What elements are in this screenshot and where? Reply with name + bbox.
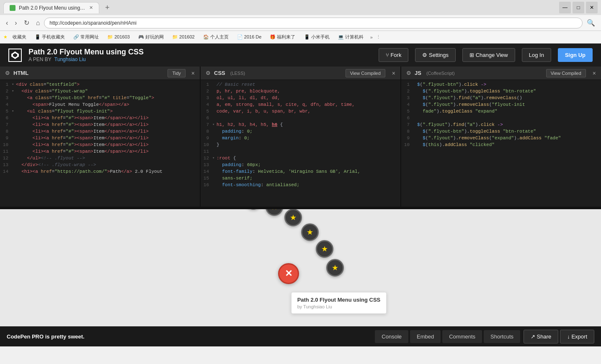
html-panel-title: HTML [13, 70, 28, 76]
new-tab-button[interactable]: + [103, 3, 112, 13]
preview-tooltip: Path 2.0 Flyout Menu using CSS by Tunghs… [291, 292, 387, 314]
restore-button[interactable]: □ [573, 2, 584, 13]
change-view-button[interactable]: ⊞ Change View [462, 48, 515, 62]
console-button[interactable]: Console [375, 330, 408, 343]
bookmark-item[interactable]: 📱 手机收藏夹 [31, 33, 68, 41]
code-line: 9 $(".flyout").removeClass("expand").add… [401, 135, 601, 142]
code-line: 2 $(".flyout-btn").toggleClass "btn-rota… [401, 88, 601, 95]
codepen-icon [8, 49, 22, 62]
star-icon-4: ★ [307, 228, 313, 237]
comments-button[interactable]: Comments [442, 330, 482, 343]
star-icon-6: ★ [332, 263, 338, 272]
code-line: 3 ol, ul, li, dl, dt, dd, [201, 95, 400, 102]
code-line: 4 a, em, strong, small, s, cite, q, dfn,… [201, 102, 400, 108]
minimize-button[interactable]: — [559, 2, 571, 13]
bookmark-item[interactable]: 📱 小米手机 [301, 33, 333, 41]
code-line: 4 <span>Flyout Menu Toggle</span></a> [0, 102, 200, 108]
bookmark-more[interactable]: » [370, 35, 373, 40]
star-icon-3: ★ [290, 213, 297, 222]
flyout-item-4[interactable]: ★ [301, 223, 319, 241]
js-panel-title: JS [415, 70, 421, 76]
js-panel: ⚙ JS (CoffeeScript) View Compiled × 1 $(… [401, 67, 601, 207]
bookmark-item[interactable]: 📁 201602 [169, 33, 198, 41]
flyout-item-5[interactable]: ★ [316, 240, 333, 258]
code-line: 9 margin: 0; [201, 135, 400, 142]
css-close-button[interactable]: × [392, 70, 395, 77]
code-line: 1▾ <div class="testfield"> [0, 82, 200, 88]
fork-button[interactable]: ⑂ Fork [379, 48, 409, 62]
tab-favicon [10, 5, 15, 11]
code-line: 10 } [201, 142, 400, 149]
bookmark-item[interactable]: 🎁 福利来了 [266, 33, 299, 41]
code-line: 10 <li><a href="#"><span>Item</span></a>… [0, 142, 200, 149]
tooltip-title: Path 2.0 Flyout Menu using CSS [297, 297, 381, 303]
view-compiled-js-button[interactable]: View Compiled [546, 69, 586, 77]
js-gear-icon[interactable]: ⚙ [406, 70, 411, 76]
login-button[interactable]: Log In [522, 48, 551, 62]
tab-close-button[interactable]: ✕ [89, 5, 93, 10]
close-button[interactable]: ✕ [586, 2, 598, 13]
code-line: 4 $(".flyout").removeClass("flyout-init [401, 102, 601, 108]
code-line: 7 $(".flyout").find("a").click -> [401, 122, 601, 128]
forward-button[interactable]: › [12, 18, 19, 28]
embed-button[interactable]: Embed [410, 330, 441, 343]
author-name: Tunghsiao Liu [54, 56, 86, 62]
bookmark-item[interactable]: 💻 计算机科 [335, 33, 367, 41]
code-line: 7 <li><a href="#"><span>Item</span></a><… [0, 122, 200, 128]
code-line: 6 <li><a href="#"><span>Item</span></a><… [0, 115, 200, 122]
code-line: 5▾ <ul class="flyout flyout-init"> [0, 108, 200, 115]
bookmarks-bar: ★ 收藏夹 📱 手机收藏夹 🔗 常用网址 📁 201603 🎮 好玩的网 📁 2… [0, 31, 601, 44]
address-text: http://codepen.io/sparanoid/pen/nHAmi [49, 20, 136, 26]
close-x-icon: ✕ [285, 268, 292, 279]
html-gear-icon[interactable]: ⚙ [5, 70, 10, 76]
title-bar: Path 2.0 Flyout Menu using CSS ✕ + — □ ✕ [0, 0, 601, 15]
tab-title: Path 2.0 Flyout Menu using CSS [19, 5, 86, 11]
js-close-button[interactable]: × [593, 70, 596, 77]
tidy-button[interactable]: Tidy [168, 69, 185, 77]
css-gear-icon[interactable]: ⚙ [206, 70, 211, 76]
codepen-logo [8, 49, 22, 62]
flyout-item-2[interactable]: ★ [266, 209, 283, 216]
view-compiled-css-button[interactable]: View Compiled [346, 69, 385, 77]
code-line: 1 $(".flyout-btn").click -> [401, 82, 601, 88]
html-code-editor[interactable]: 1▾ <div class="testfield"> 2▾ <div class… [0, 80, 200, 207]
back-button[interactable]: ‹ [3, 18, 10, 28]
signup-button[interactable]: Sign Up [558, 48, 593, 62]
bookmark-star: ★ [3, 34, 8, 40]
bookmark-item[interactable]: 收藏夹 [9, 33, 30, 41]
star-icon-5: ★ [321, 244, 328, 254]
codepen-header: Path 2.0 Flyout Menu using CSS A PEN BY … [0, 44, 601, 67]
bookmark-item[interactable]: 📄 2016 De [234, 33, 265, 41]
export-button[interactable]: ↓ Export [560, 330, 594, 343]
js-code-editor[interactable]: 1 $(".flyout-btn").click -> 2 $(".flyout… [401, 80, 601, 207]
star-icon-2: ★ [271, 209, 278, 212]
bookmark-menu-button[interactable]: ⋮ [376, 34, 381, 40]
bookmark-item[interactable]: 🏠 个人主页 [200, 33, 232, 41]
preview-container: ★ ★ ★ ★ ★ ★ ✕ Path 2.0 Flyout Menu using… [0, 209, 601, 326]
code-line: 2 p, hr, pre, blockquote, [201, 88, 400, 95]
home-button[interactable]: ⌂ [34, 18, 43, 28]
share-button[interactable]: ↗ Share [524, 330, 558, 343]
code-line: 14 <h1><a href="https://path.com/">Path<… [0, 169, 200, 175]
code-line: 5 fade").toggleClass "expand" [401, 108, 601, 115]
shortcuts-button[interactable]: Shortcuts [484, 330, 520, 343]
bookmark-item[interactable]: 🎮 好玩的网 [135, 33, 167, 41]
search-button[interactable]: 🔍 [584, 17, 598, 28]
nav-bar: ‹ › ↻ ⌂ http://codepen.io/sparanoid/pen/… [0, 15, 601, 31]
css-code-editor[interactable]: 1 // Basic reset 2 p, hr, pre, blockquot… [201, 80, 400, 207]
bottom-bar: CodePen PRO is pretty sweet. Console Emb… [0, 326, 601, 346]
pen-author: A PEN BY Tunghsiao Liu [28, 56, 144, 62]
browser-tab[interactable]: Path 2.0 Flyout Menu using CSS ✕ [3, 2, 99, 13]
flyout-toggle-button[interactable]: ✕ [278, 263, 299, 284]
code-line: 13 </div><!-- .flyout-wrap --> [0, 162, 200, 169]
bookmark-item[interactable]: 📁 201603 [104, 33, 133, 41]
flyout-item-6[interactable]: ★ [326, 259, 344, 277]
html-close-button[interactable]: × [191, 70, 195, 77]
html-panel: ⚙ HTML Tidy × 1▾ <div class="testfield">… [0, 67, 201, 207]
address-bar[interactable]: http://codepen.io/sparanoid/pen/nHAmi [44, 18, 583, 28]
bookmark-item[interactable]: 🔗 常用网址 [70, 33, 102, 41]
settings-button[interactable]: ⚙ Settings [415, 48, 456, 62]
reload-button[interactable]: ↻ [21, 17, 32, 28]
flyout-item-1[interactable]: ★ [245, 209, 262, 210]
flyout-item-3[interactable]: ★ [284, 209, 302, 226]
